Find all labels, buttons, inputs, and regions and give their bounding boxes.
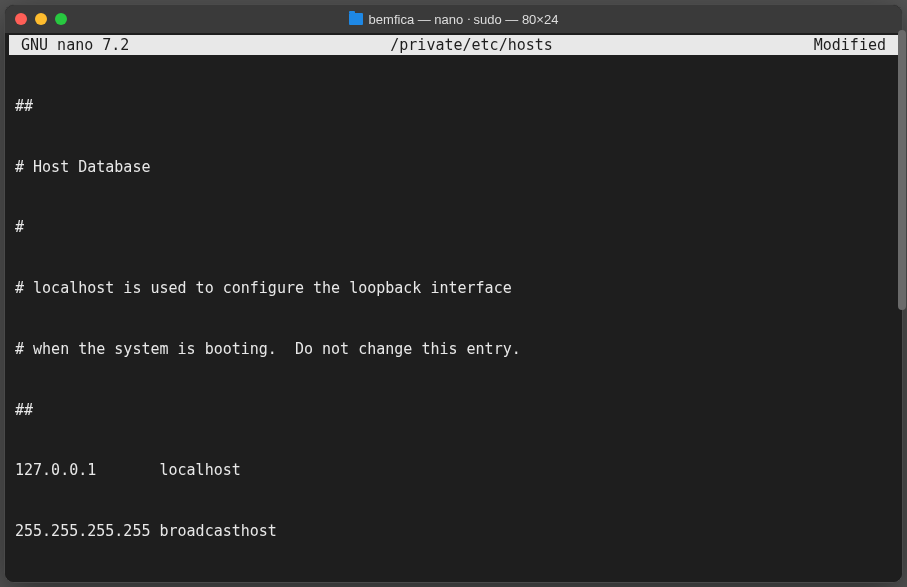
nano-statusbar: GNU nano 7.2 /private/etc/hosts Modified [9,35,898,55]
folder-icon [349,13,363,25]
terminal-body[interactable]: GNU nano 7.2 /private/etc/hosts Modified… [5,33,902,583]
editor-content[interactable]: ## # Host Database # # localhost is used… [9,55,898,583]
file-line: # Host Database [15,157,892,177]
scrollbar-thumb[interactable] [898,30,903,310]
file-line: # localhost is used to configure the loo… [15,278,892,298]
nano-modified-state: Modified [808,35,892,55]
zoom-icon[interactable] [55,13,67,25]
file-line: ## [15,400,892,420]
file-line: 255.255.255.255 broadcasthost [15,521,892,541]
traffic-lights [15,13,67,25]
window-title: bemfica — nano ᐧ sudo — 80×24 [5,12,902,27]
file-line: 127.0.0.1 localhost [15,460,892,480]
file-line: ::1 localhost [15,582,892,583]
window-titlebar[interactable]: bemfica — nano ᐧ sudo — 80×24 [5,5,902,33]
scrollbar[interactable] [897,28,903,583]
file-line: ## [15,96,892,116]
nano-file-path: /private/etc/hosts [135,35,807,55]
close-icon[interactable] [15,13,27,25]
terminal-window: bemfica — nano ᐧ sudo — 80×24 GNU nano 7… [4,4,903,583]
file-line: # [15,217,892,237]
minimize-icon[interactable] [35,13,47,25]
file-line: # when the system is booting. Do not cha… [15,339,892,359]
window-title-text: bemfica — nano ᐧ sudo — 80×24 [369,12,559,27]
nano-app-name: GNU nano 7.2 [15,35,135,55]
